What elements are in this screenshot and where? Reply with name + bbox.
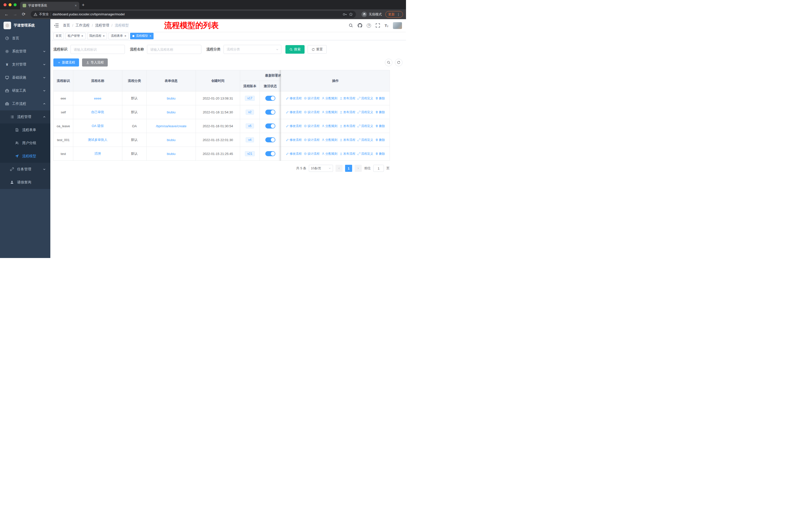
op-design-link[interactable]: 设计流程 [304,110,320,114]
op-definition-link[interactable]: 流程定义 [357,110,373,114]
current-page-button[interactable]: 1 [345,165,352,172]
sidebar-item-payment[interactable]: ¥ 支付管理 [0,58,50,71]
breadcrumb-process-management[interactable]: 流程管理 [95,23,109,28]
op-delete-link[interactable]: 删除 [375,124,385,128]
close-icon[interactable]: × [149,34,151,37]
op-publish-link[interactable]: 发布流程 [340,138,355,142]
help-icon[interactable]: ? [367,23,371,28]
goto-page-input[interactable] [373,165,384,172]
active-toggle[interactable] [265,137,276,142]
update-button[interactable]: 更新 ⋮ [385,11,403,18]
sidebar-item-process-model[interactable]: 流程模型 [0,150,50,163]
sidebar-item-user-group[interactable]: 用户分组 [0,137,50,150]
op-definition-link[interactable]: 流程定义 [357,124,373,128]
sidebar-item-infrastructure[interactable]: 基础设施 [0,71,50,84]
op-design-link[interactable]: 设计流程 [304,138,320,142]
search-button[interactable]: 搜索 [285,45,304,54]
op-definition-link[interactable]: 流程定义 [357,152,373,156]
process-name-input[interactable] [147,45,201,54]
op-delete-link[interactable]: 删除 [375,110,385,114]
op-edit-link[interactable]: 修改流程 [286,138,302,142]
breadcrumb-home[interactable]: 首页 [63,23,70,28]
reload-button[interactable]: ⟳ [20,11,27,18]
sidebar-item-home[interactable]: 首页 [0,32,50,45]
sidebar-item-leave-query[interactable]: 请假查询 [0,176,50,189]
op-assign-link[interactable]: 分配规则 [322,124,338,128]
sidebar-item-devtools[interactable]: 研发工具 [0,84,50,97]
close-icon[interactable]: × [103,34,105,37]
next-page-button[interactable] [355,165,362,172]
form-info-link[interactable]: /bpm/oa/leave/create [156,124,186,128]
search-icon[interactable] [349,23,353,28]
forward-button[interactable]: → [11,11,19,18]
process-name-link[interactable]: OA 请假 [92,124,104,128]
zoom-window-button[interactable] [13,3,17,6]
op-delete-link[interactable]: 删除 [375,96,385,101]
tag-my-process[interactable]: 我的流程× [87,33,107,39]
sidebar-item-task-management[interactable]: 任务管理 [0,163,50,176]
user-avatar[interactable] [393,22,402,29]
minimize-window-button[interactable] [8,3,11,6]
category-select[interactable]: 流程分类 [224,45,282,54]
active-toggle[interactable] [265,151,276,156]
browser-tab[interactable]: 芋道管理系统 × [20,2,79,9]
process-name-link[interactable]: eeee [94,97,102,100]
tag-process-model[interactable]: 流程模型× [130,33,154,39]
form-info-link[interactable]: biubiu [167,110,176,114]
new-tab-button[interactable]: + [79,2,88,9]
active-toggle[interactable] [265,96,276,101]
op-design-link[interactable]: 设计流程 [304,152,320,156]
op-edit-link[interactable]: 修改流程 [286,152,302,156]
op-publish-link[interactable]: 发布流程 [340,152,355,156]
process-key-input[interactable] [70,45,125,54]
sidebar-item-process-management[interactable]: 流程管理 [0,110,50,124]
breadcrumb-workflow[interactable]: 工作流程 [76,23,90,28]
op-delete-link[interactable]: 删除 [375,138,385,142]
op-edit-link[interactable]: 修改流程 [286,124,302,128]
op-edit-link[interactable]: 修改流程 [286,96,302,101]
op-delete-link[interactable]: 删除 [375,152,385,156]
toggle-search-button[interactable] [385,59,393,66]
form-info-link[interactable]: biubiu [167,97,176,100]
address-bar[interactable]: 不安全 dashboard.yudao.iocoder.cn/bpm/manag… [31,11,356,18]
tag-process-form[interactable]: 流程表单× [109,33,128,39]
github-icon[interactable] [358,23,362,28]
tag-home[interactable]: 首页 [53,33,64,39]
browser-menu-icon[interactable]: ⋮ [397,12,400,17]
op-assign-link[interactable]: 分配规则 [322,96,338,101]
active-toggle[interactable] [265,110,276,115]
reset-button[interactable]: 重置 [308,45,327,54]
op-edit-link[interactable]: 修改流程 [286,110,302,114]
op-definition-link[interactable]: 流程定义 [357,138,373,142]
refresh-table-button[interactable] [395,59,403,66]
op-assign-link[interactable]: 分配规则 [322,152,338,156]
font-size-icon[interactable]: TT [385,23,388,28]
op-design-link[interactable]: 设计流程 [304,96,320,101]
active-toggle[interactable] [265,124,276,129]
close-icon[interactable]: × [124,34,126,37]
sidebar-item-system[interactable]: 系统管理 [0,45,50,58]
op-definition-link[interactable]: 流程定义 [357,96,373,101]
tab-close-icon[interactable]: × [75,4,77,7]
form-info-link[interactable]: biubiu [167,138,176,142]
op-publish-link[interactable]: 发布流程 [340,124,355,128]
form-info-link[interactable]: biubiu [167,152,176,156]
back-button[interactable]: ← [3,11,10,18]
fullscreen-icon[interactable] [376,23,380,28]
close-window-button[interactable] [3,3,6,6]
sidebar-fold-icon[interactable] [54,23,59,28]
op-publish-link[interactable]: 发布流程 [340,96,355,101]
key-icon[interactable] [343,12,347,17]
app-logo[interactable]: 芋道管理系统 [0,19,50,32]
create-process-button[interactable]: ＋ 新建流程 [53,58,79,66]
bookmark-star-icon[interactable] [349,12,353,17]
op-assign-link[interactable]: 分配规则 [322,110,338,114]
process-name-link[interactable]: 测试多审批人 [88,138,108,142]
op-assign-link[interactable]: 分配规则 [322,138,338,142]
import-process-button[interactable]: 导入流程 [82,58,108,66]
page-size-select[interactable]: 10条/页 [309,165,333,172]
op-publish-link[interactable]: 发布流程 [340,110,355,114]
sidebar-item-workflow[interactable]: 工作流程 [0,97,50,110]
process-name-link[interactable]: 滔博 [94,152,101,156]
close-icon[interactable]: × [81,34,83,37]
